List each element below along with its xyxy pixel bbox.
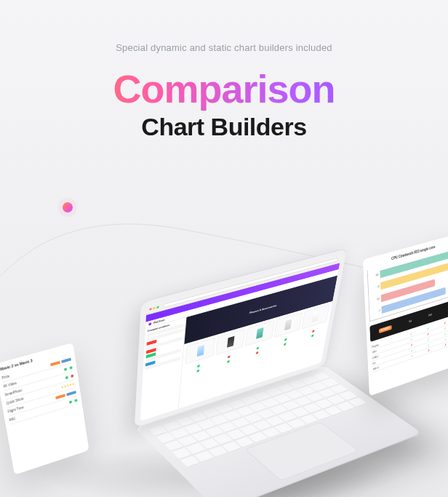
window-minimize-icon[interactable] [153, 307, 155, 310]
rank-item: 2nd [428, 313, 432, 317]
title-sub: Chart Builders [0, 113, 448, 141]
key [279, 412, 297, 422]
key [172, 448, 192, 459]
cross-icon [312, 330, 315, 333]
window-close-icon[interactable] [149, 308, 151, 311]
key [228, 399, 247, 409]
key [324, 405, 343, 416]
key [336, 402, 355, 412]
check-icon [284, 343, 287, 346]
key [208, 446, 228, 458]
key [156, 433, 176, 444]
key [202, 408, 221, 418]
key [205, 426, 225, 437]
product-image [196, 345, 204, 357]
key [210, 415, 229, 425]
check-icon [197, 365, 200, 367]
key [215, 404, 234, 414]
check-icon [69, 400, 72, 404]
key [249, 432, 268, 442]
product-image [284, 319, 292, 331]
check-icon [69, 366, 72, 370]
key [170, 428, 190, 439]
key [257, 409, 276, 419]
key [176, 416, 195, 426]
check-icon [65, 375, 68, 379]
key [303, 403, 321, 413]
key [240, 425, 260, 436]
key [189, 413, 208, 423]
key [265, 416, 285, 426]
key [186, 443, 206, 455]
key [294, 397, 313, 406]
header: Special dynamic and static chart builder… [0, 0, 448, 141]
gradient-dot-icon [63, 202, 73, 212]
key [274, 423, 294, 434]
key [287, 418, 307, 429]
key [178, 435, 198, 446]
key [282, 401, 301, 411]
key [184, 424, 203, 434]
key [348, 397, 367, 407]
check-icon [74, 398, 77, 402]
check-icon [256, 346, 259, 349]
rank-item: 1st [409, 319, 412, 323]
check-icon [64, 367, 67, 371]
key [227, 429, 247, 440]
check-icon [311, 334, 314, 337]
key [253, 420, 273, 430]
cross-icon [227, 355, 230, 358]
key [149, 426, 168, 437]
key [241, 396, 260, 405]
subtitle: Special dynamic and static chart builder… [0, 42, 448, 53]
logo-icon [148, 322, 151, 326]
key [235, 437, 255, 448]
laptop-screen-frame: ReChart Compare products [135, 248, 347, 428]
check-icon [227, 360, 230, 363]
key [213, 434, 233, 445]
key [218, 422, 238, 433]
key [261, 427, 281, 438]
key [164, 440, 184, 451]
key [249, 402, 268, 413]
key [291, 407, 310, 418]
cross-icon [256, 351, 259, 354]
product-image [227, 336, 234, 348]
key [194, 450, 215, 462]
mockup-stage: Mavic 2 vs Mavic 3 Price 4K Video SmartP… [0, 233, 448, 497]
key [180, 456, 201, 467]
check-icon [284, 338, 287, 341]
badge: IS THERE? [379, 325, 392, 333]
key [192, 431, 212, 442]
key [244, 413, 263, 424]
hero-title: Phones & Accessories [249, 303, 277, 314]
chart-panel-right: CPU Cinebench R23 single core R9 i9 R7 i… [363, 233, 448, 396]
window-zoom-icon[interactable] [156, 306, 159, 309]
trackpad [244, 422, 359, 481]
key [261, 398, 280, 407]
key [231, 418, 250, 428]
key [315, 399, 334, 408]
key [312, 410, 332, 420]
key [270, 405, 289, 415]
key [223, 410, 242, 421]
key [200, 438, 220, 449]
title-main: Comparison [0, 66, 448, 111]
product-image [256, 327, 263, 339]
key [236, 406, 255, 416]
key [300, 414, 319, 424]
key [222, 441, 241, 452]
key [197, 419, 216, 429]
key [163, 421, 182, 431]
product-image [312, 311, 319, 322]
cross-icon [71, 374, 73, 378]
check-icon [197, 370, 200, 373]
